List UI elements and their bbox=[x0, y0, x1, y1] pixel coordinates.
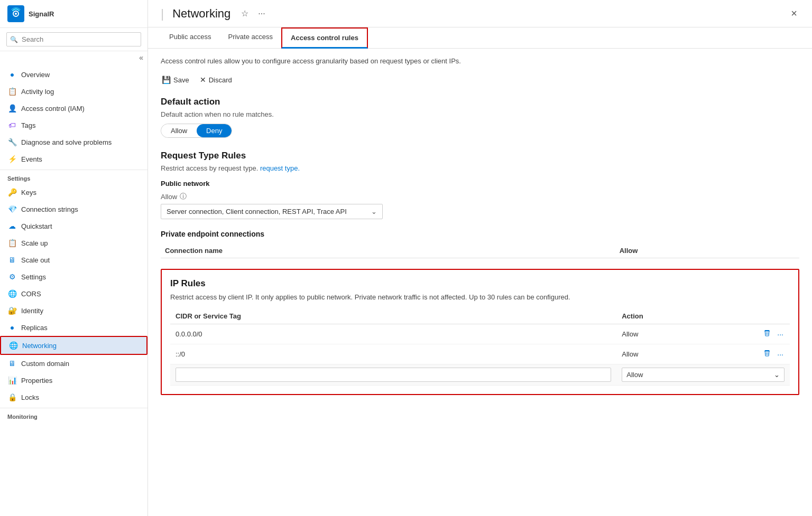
request-type-rules-desc: Restrict access by request type. request… bbox=[161, 164, 799, 172]
new-cidr-input[interactable] bbox=[176, 368, 611, 382]
sidebar-item-settings[interactable]: ⚙ Settings bbox=[0, 268, 147, 285]
ip-rules-table: CIDR or Service Tag Action 0.0.0.0/0 All… bbox=[170, 308, 790, 386]
sidebar-item-replicas[interactable]: ● Replicas bbox=[0, 319, 147, 336]
networking-icon: 🌐 bbox=[8, 341, 18, 350]
monitoring-section-label: Monitoring bbox=[0, 408, 147, 422]
sidebar-item-label: Scale out bbox=[21, 256, 50, 264]
app-name: SignalR bbox=[29, 10, 54, 18]
activity-log-icon: 📋 bbox=[7, 87, 17, 96]
page-title: Networking bbox=[172, 7, 230, 21]
save-icon: 💾 bbox=[162, 76, 171, 84]
sidebar-item-identity[interactable]: 🔐 Identity bbox=[0, 302, 147, 319]
dropdown-value: Server connection, Client connection, RE… bbox=[167, 208, 347, 215]
sidebar-item-label: Properties bbox=[21, 377, 52, 384]
replicas-icon: ● bbox=[7, 323, 17, 332]
sidebar-item-label: CORS bbox=[21, 290, 41, 298]
quickstart-icon: ☁ bbox=[7, 221, 17, 231]
sidebar-item-activity-log[interactable]: 📋 Activity log bbox=[0, 83, 147, 100]
more-options-button[interactable]: ··· bbox=[256, 7, 267, 21]
scale-out-icon: 🖥 bbox=[7, 255, 17, 265]
chevron-down-icon: ⌄ bbox=[774, 371, 780, 379]
sidebar-item-custom-domain[interactable]: 🖥 Custom domain bbox=[0, 355, 147, 372]
sidebar-item-scale-out[interactable]: 🖥 Scale out bbox=[0, 251, 147, 268]
properties-icon: 📊 bbox=[7, 376, 17, 385]
deny-toggle-button[interactable]: Deny bbox=[197, 124, 232, 137]
sidebar-item-access-control[interactable]: 👤 Access control (IAM) bbox=[0, 100, 147, 117]
identity-icon: 🔐 bbox=[7, 306, 17, 315]
header-divider: | bbox=[161, 6, 164, 21]
sidebar-item-scale-up[interactable]: 📋 Scale up bbox=[0, 234, 147, 251]
sidebar-item-label: Locks bbox=[21, 393, 39, 401]
request-type-rules-title: Request Type Rules bbox=[161, 151, 799, 161]
default-action-title: Default action bbox=[161, 97, 799, 107]
sidebar-item-diagnose[interactable]: 🔧 Diagnose and solve problems bbox=[0, 134, 147, 151]
request-type-link[interactable]: request type. bbox=[260, 164, 300, 172]
row-actions: ··· bbox=[753, 329, 785, 340]
sidebar-item-keys[interactable]: 🔑 Keys bbox=[0, 184, 147, 201]
sidebar-item-label: Replicas bbox=[21, 324, 48, 332]
discard-label: Discard bbox=[209, 76, 232, 84]
sidebar-item-label: Identity bbox=[21, 307, 43, 315]
sidebar-item-label: Access control (IAM) bbox=[21, 105, 85, 112]
discard-icon: ✕ bbox=[200, 76, 206, 84]
new-action-value: Allow bbox=[626, 371, 643, 379]
ip-cidr-value: 0.0.0.0/0 bbox=[170, 324, 616, 344]
table-row: 0.0.0.0/0 Allow bbox=[170, 324, 790, 344]
sidebar-item-label: Quickstart bbox=[21, 222, 52, 230]
sidebar-nav: ● Overview 📋 Activity log 👤 Access contr… bbox=[0, 64, 147, 516]
close-button[interactable]: × bbox=[789, 5, 799, 22]
default-action-description: Default action when no rule matches. bbox=[161, 110, 799, 118]
sidebar-item-label: Tags bbox=[21, 121, 35, 129]
sidebar-item-events[interactable]: ⚡ Events bbox=[0, 151, 147, 167]
tab-access-control-rules[interactable]: Access control rules bbox=[281, 27, 368, 49]
delete-row-button[interactable] bbox=[762, 329, 772, 340]
more-row-button[interactable]: ··· bbox=[776, 329, 785, 340]
discard-button[interactable]: ✕ Discard bbox=[199, 73, 233, 86]
ip-action-value: Allow bbox=[616, 324, 748, 344]
sidebar-item-connection-strings[interactable]: 💎 Connection strings bbox=[0, 201, 147, 218]
ip-rules-description: Restrict access by client IP. It only ap… bbox=[170, 293, 790, 301]
signalr-logo bbox=[7, 5, 24, 22]
sidebar-item-locks[interactable]: 🔒 Locks bbox=[0, 389, 147, 406]
sidebar: SignalR 🔍 « ● Overview 📋 Activity log 👤 … bbox=[0, 0, 148, 516]
tab-public-access[interactable]: Public access bbox=[161, 27, 219, 48]
svg-point-2 bbox=[15, 13, 17, 15]
sidebar-item-quickstart[interactable]: ☁ Quickstart bbox=[0, 218, 147, 234]
sidebar-header: SignalR bbox=[0, 0, 147, 28]
allow-toggle-button[interactable]: Allow bbox=[161, 124, 197, 137]
sidebar-item-label: Overview bbox=[21, 71, 50, 79]
sidebar-item-label: Keys bbox=[21, 189, 36, 196]
sidebar-item-networking[interactable]: 🌐 Networking bbox=[0, 336, 147, 355]
tabs-bar: Public access Private access Access cont… bbox=[148, 27, 812, 49]
more-row-button[interactable]: ··· bbox=[776, 349, 785, 360]
ip-rules-title: IP Rules bbox=[170, 278, 790, 289]
svg-rect-3 bbox=[765, 330, 769, 331]
sidebar-item-cors[interactable]: 🌐 CORS bbox=[0, 285, 147, 302]
access-control-icon: 👤 bbox=[7, 104, 17, 113]
svg-rect-7 bbox=[765, 350, 769, 351]
sidebar-item-label: Networking bbox=[22, 342, 57, 350]
sidebar-item-properties[interactable]: 📊 Properties bbox=[0, 372, 147, 389]
overview-icon: ● bbox=[7, 70, 17, 79]
content-area: Access control rules allow you to config… bbox=[148, 49, 812, 516]
content-description: Access control rules allow you to config… bbox=[161, 57, 799, 65]
save-button[interactable]: 💾 Save bbox=[161, 73, 190, 86]
new-action-dropdown[interactable]: Allow ⌄ bbox=[622, 368, 785, 382]
private-endpoint-title: Private endpoint connections bbox=[161, 230, 799, 238]
sidebar-item-label: Custom domain bbox=[21, 360, 69, 368]
collapse-sidebar-button[interactable]: « bbox=[139, 53, 143, 62]
sidebar-item-label: Connection strings bbox=[21, 205, 78, 213]
tab-private-access[interactable]: Private access bbox=[219, 27, 281, 48]
diagnose-icon: 🔧 bbox=[7, 137, 17, 147]
ip-col-cidr: CIDR or Service Tag bbox=[170, 308, 616, 324]
cors-icon: 🌐 bbox=[7, 289, 17, 298]
sidebar-item-overview[interactable]: ● Overview bbox=[0, 66, 147, 83]
sidebar-item-tags[interactable]: 🏷 Tags bbox=[0, 117, 147, 134]
ip-rules-section: IP Rules Restrict access by client IP. I… bbox=[161, 269, 799, 395]
favorite-button[interactable]: ☆ bbox=[239, 6, 251, 21]
search-icon: 🔍 bbox=[10, 36, 18, 43]
search-input[interactable] bbox=[6, 32, 141, 46]
request-type-dropdown[interactable]: Server connection, Client connection, RE… bbox=[161, 204, 383, 219]
default-action-toggle: Allow Deny bbox=[161, 124, 232, 138]
delete-row-button[interactable] bbox=[762, 349, 772, 360]
